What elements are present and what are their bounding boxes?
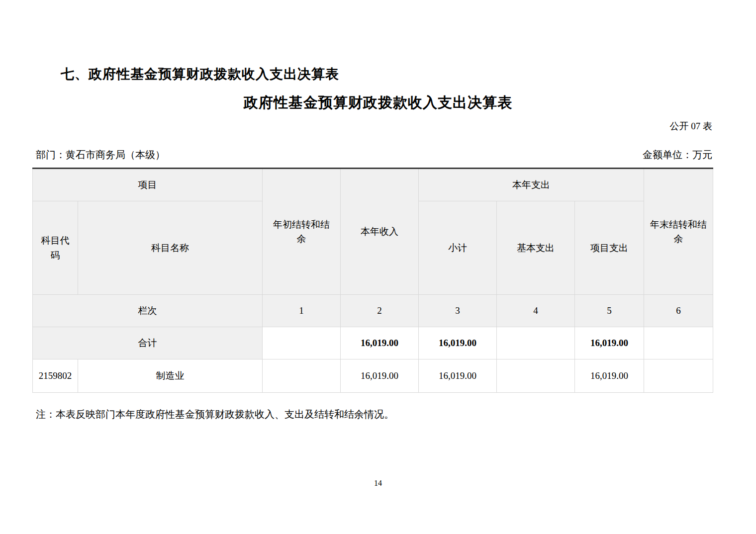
header-end-balance-cell: 年末结转和结余	[644, 169, 713, 295]
row-current-income-cell: 16,019.00	[341, 359, 419, 393]
total-project-expense-cell: 16,019.00	[575, 327, 644, 359]
header-begin-balance-cell: 年初结转和结余	[263, 169, 341, 295]
header-subject-code-label: 科目代码	[39, 233, 72, 263]
section-heading: 七、政府性基金预算财政拨款收入支出决算表	[61, 65, 339, 83]
header-subject-code-cell: 科目代码	[33, 201, 78, 295]
department-label: 部门：黄石市商务局（本级）	[36, 148, 165, 162]
total-basic-expense-cell	[497, 327, 575, 359]
header-current-expense-cell: 本年支出	[419, 169, 644, 201]
column-index-row: 栏次 1 2 3 4 5 6	[33, 295, 713, 327]
total-label-cell: 合计	[33, 327, 263, 359]
header-current-income-label: 本年收入	[361, 224, 398, 239]
total-current-income-cell: 16,019.00	[341, 327, 419, 359]
column-index-cell-4: 4	[497, 295, 575, 327]
page-number: 14	[0, 479, 756, 488]
header-begin-balance-label: 年初结转和结余	[271, 217, 332, 247]
total-row: 合计 16,019.00 16,019.00 16,019.00	[33, 327, 713, 359]
header-row-1: 项目 年初结转和结余 本年收入 本年支出 年末结转和结余	[33, 169, 713, 201]
row-subtotal-cell: 16,019.00	[419, 359, 497, 393]
row-project-expense-cell: 16,019.00	[575, 359, 644, 393]
header-basic-expense-cell: 基本支出	[497, 201, 575, 295]
column-index-cell-3: 3	[419, 295, 497, 327]
header-end-balance-label: 年末结转和结余	[648, 217, 709, 247]
total-subtotal-cell: 16,019.00	[419, 327, 497, 359]
header-basic-expense-label: 基本支出	[517, 241, 555, 255]
column-index-cell-1: 1	[263, 295, 341, 327]
row-begin-balance-cell	[263, 359, 341, 393]
header-subject-name-label: 科目名称	[151, 241, 189, 255]
header-current-income-cell: 本年收入	[341, 169, 419, 295]
meta-row: 部门：黄石市商务局（本级） 金额单位：万元	[36, 148, 712, 162]
document-page: 七、政府性基金预算财政拨款收入支出决算表 政府性基金预算财政拨款收入支出决算表 …	[0, 0, 756, 534]
table-title: 政府性基金预算财政拨款收入支出决算表	[0, 93, 756, 113]
form-number-label: 公开 07 表	[670, 120, 713, 133]
header-project-label: 项目	[138, 178, 157, 192]
total-begin-balance-cell	[263, 327, 341, 359]
header-subtotal-cell: 小计	[419, 201, 497, 295]
row-end-balance-cell	[644, 359, 713, 393]
header-project-cell: 项目	[33, 169, 263, 201]
row-subject-code-cell: 2159802	[33, 359, 78, 393]
total-end-balance-cell	[644, 327, 713, 359]
header-subtotal-label: 小计	[448, 241, 467, 255]
table-row: 2159802 制造业 16,019.00 16,019.00 16,019.0…	[33, 359, 713, 393]
header-project-expense-cell: 项目支出	[575, 201, 644, 295]
header-current-expense-label: 本年支出	[512, 178, 550, 192]
header-project-expense-label: 项目支出	[590, 241, 628, 255]
unit-label: 金额单位：万元	[643, 148, 712, 162]
row-basic-expense-cell	[497, 359, 575, 393]
column-index-cell-2: 2	[341, 295, 419, 327]
column-index-cell-5: 5	[575, 295, 644, 327]
fund-budget-table: 项目 年初结转和结余 本年收入 本年支出 年末结转和结余 科目代码 科目名称 小…	[32, 168, 713, 393]
table-note: 注：本表反映部门本年度政府性基金预算财政拨款收入、支出及结转和结余情况。	[36, 408, 394, 421]
row-subject-name-cell: 制造业	[78, 359, 263, 393]
header-subject-name-cell: 科目名称	[78, 201, 263, 295]
column-index-label-cell: 栏次	[33, 295, 263, 327]
column-index-cell-6: 6	[644, 295, 713, 327]
